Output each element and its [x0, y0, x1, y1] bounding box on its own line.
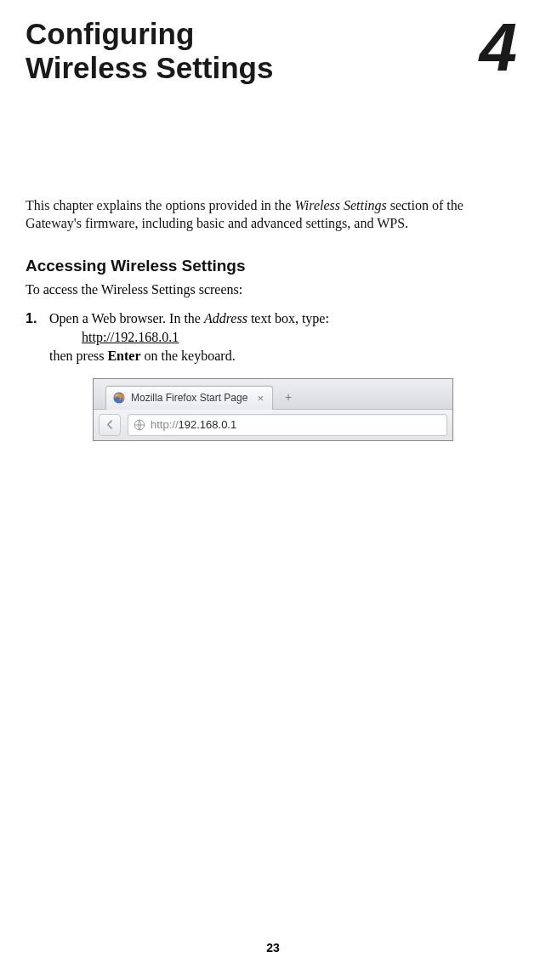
firefox-icon: [113, 392, 125, 404]
page-number: 23: [0, 941, 546, 955]
tab-title: Mozilla Firefox Start Page: [131, 392, 247, 404]
back-button[interactable]: [99, 414, 121, 436]
chapter-header: Configuring Wireless Settings 4: [26, 17, 520, 86]
globe-icon: [134, 419, 145, 431]
step-url: http://192.168.0.1: [82, 328, 179, 347]
address-bar[interactable]: http://192.168.0.1: [128, 414, 447, 436]
chapter-title-line2: Wireless Settings: [26, 51, 273, 84]
chapter-title-line1: Configuring: [26, 17, 194, 50]
chapter-title: Configuring Wireless Settings: [26, 17, 273, 86]
chapter-number: 4: [480, 17, 515, 78]
section-heading: Accessing Wireless Settings: [26, 257, 520, 275]
intro-paragraph: This chapter explains the options provid…: [26, 196, 520, 233]
browser-tabbar: Mozilla Firefox Start Page × +: [94, 379, 452, 410]
step-number: 1.: [26, 309, 41, 366]
browser-window: Mozilla Firefox Start Page × + htt: [93, 378, 453, 441]
step-body: Open a Web browser. In the Address text …: [49, 309, 520, 366]
close-icon[interactable]: ×: [257, 392, 264, 405]
browser-toolbar: http://192.168.0.1: [94, 410, 452, 440]
new-tab-button[interactable]: +: [285, 390, 292, 404]
browser-tab[interactable]: Mozilla Firefox Start Page ×: [105, 386, 273, 410]
section-intro: To access the Wireless Settings screens:: [26, 282, 520, 297]
browser-screenshot: Mozilla Firefox Start Page × + htt: [26, 378, 520, 441]
address-text: http://192.168.0.1: [151, 418, 236, 431]
chevron-left-icon: [105, 419, 116, 430]
step-1: 1. Open a Web browser. In the Address te…: [26, 309, 520, 366]
